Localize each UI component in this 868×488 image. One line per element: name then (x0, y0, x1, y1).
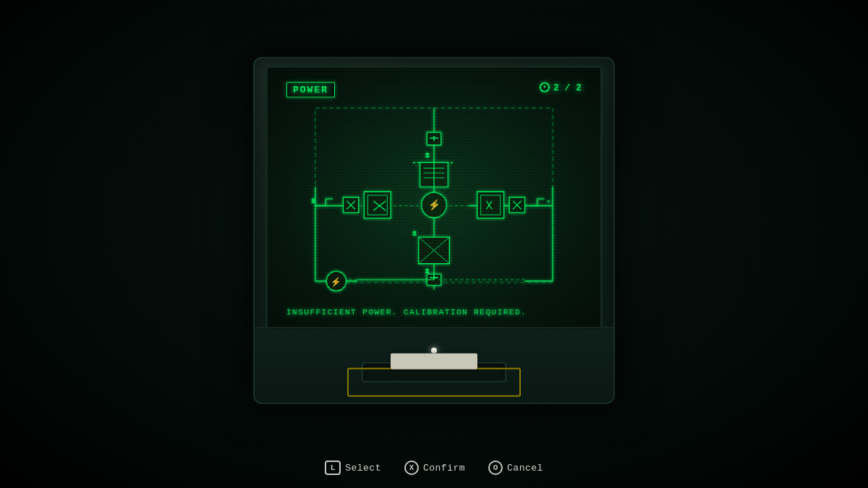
power-circle-icon: + (540, 82, 550, 93)
screen-bezel: POWER + 2 / 2 (265, 65, 603, 333)
confirm-label: Confirm (423, 463, 465, 474)
svg-text:2: 2 (312, 197, 315, 203)
yellow-accent-panel (347, 367, 521, 396)
circuit-diagram: 2 (273, 100, 595, 296)
select-label: Select (345, 463, 381, 474)
monitor-bottom (255, 326, 613, 402)
hud-confirm: X Confirm (404, 461, 465, 475)
power-label: POWER (286, 82, 335, 97)
power-counter: + 2 / 2 (540, 82, 582, 93)
hud-cancel: O Cancel (488, 461, 543, 475)
circuit-area: POWER + 2 / 2 (273, 73, 595, 325)
cancel-button-icon[interactable]: O (488, 461, 503, 475)
monitor-casing: POWER + 2 / 2 (253, 56, 615, 403)
svg-rect-29 (477, 192, 504, 218)
select-button-icon[interactable]: L (325, 461, 341, 475)
status-message: INSUFFICIENT POWER. CALIBRATION REQUIRED… (286, 307, 527, 316)
svg-text:2: 2 (425, 153, 429, 158)
svg-rect-23 (364, 192, 391, 218)
hud-bar: L Select X Confirm O Cancel (0, 461, 868, 475)
svg-text:2: 2 (413, 231, 416, 236)
cancel-label: Cancel (507, 463, 543, 474)
svg-text:2: 2 (425, 268, 428, 274)
card-slot (391, 353, 477, 369)
svg-text:-: - (547, 197, 550, 203)
confirm-button-icon[interactable]: X (404, 461, 419, 475)
svg-text:⚡: ⚡ (428, 199, 441, 211)
svg-text:⚡: ⚡ (331, 276, 341, 286)
crt-screen: POWER + 2 / 2 (268, 67, 600, 330)
hud-select: L Select (325, 461, 381, 475)
